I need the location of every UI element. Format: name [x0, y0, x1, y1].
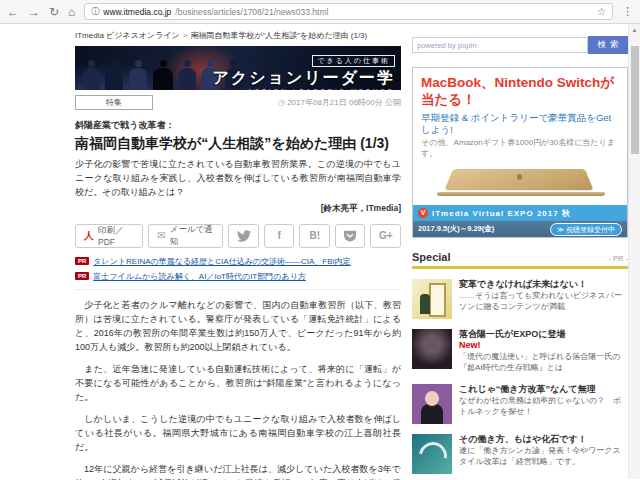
- silhouette-figure: [153, 60, 173, 90]
- silhouette-figure: [83, 60, 100, 90]
- pr-badge: PR: [75, 272, 89, 280]
- pdf-icon: 人: [84, 229, 94, 243]
- expo-dates: 2017.9.5(火)～9.29(金): [418, 224, 494, 234]
- back-icon[interactable]: ←: [7, 6, 19, 18]
- expo-register-button[interactable]: ≫ 視聴登録受付中: [550, 223, 622, 236]
- item-title[interactable]: これじゃ“働き方改革”なんて無理: [459, 384, 628, 395]
- breadcrumb: ITmedia ビジネスオンライン>南福岡自動車学校が“人生相談”を始めた理由 …: [75, 30, 401, 41]
- pr-link-row: PR タレントREINAの華麗なる経歴とCIA仕込みの交渉術――CIA、FBI内…: [75, 256, 401, 267]
- article-column: ITmedia ビジネスオンライン>南福岡自動車学校が“人生相談”を始めた理由 …: [75, 30, 401, 480]
- expo-title-bar: V ITmedia Virtual EXPO 2017 秋: [413, 205, 627, 221]
- breadcrumb-site-link[interactable]: ITmedia ビジネスオンライン: [75, 31, 180, 40]
- browser-toolbar: ← → ↻ ⌂ ⓘ www.itmedia.co.jp /business/ar…: [0, 0, 640, 24]
- campaign-ad[interactable]: MacBook、Nintendo Switchが当たる！ 早期登録 & ポイント…: [412, 67, 628, 238]
- publish-date: ◷ 2017年08月21日 06時00分 公開: [278, 97, 401, 108]
- pocket-icon: [343, 230, 357, 242]
- item-thumbnail: [412, 279, 452, 319]
- reload-icon[interactable]: ↻: [49, 6, 59, 18]
- breadcrumb-separator: >: [183, 31, 188, 40]
- body-paragraph: 少子化と若者のクルマ離れなどの影響で、国内の自動車教習所（以下、教習所）は苦境に…: [75, 298, 401, 354]
- gplus-icon: G+: [379, 230, 393, 241]
- series-banner[interactable]: できる人の仕事術 アクションリーダー学 ACTION LEADER'S METH…: [75, 46, 401, 90]
- facebook-share-button[interactable]: f: [264, 224, 295, 248]
- article-title: 南福岡自動車学校が“人生相談”を始めた理由 (1/3): [75, 135, 401, 153]
- macbook-base: [437, 192, 605, 196]
- item-thumbnail: [412, 434, 452, 474]
- mail-notify-button[interactable]: ✉ メールで通知: [148, 224, 223, 248]
- item-title[interactable]: 落合陽一氏がEXPOに登場: [459, 329, 628, 340]
- pr-link[interactable]: タレントREINAの華麗なる経歴とCIA仕込みの交渉術――CIA、FBI内定: [93, 256, 350, 267]
- feature-tag-button[interactable]: 特集: [75, 95, 153, 110]
- item-thumbnail: [412, 384, 452, 424]
- special-divider: [412, 266, 628, 269]
- page-info-icon[interactable]: ⓘ: [91, 6, 99, 17]
- forward-icon[interactable]: →: [28, 6, 40, 18]
- page-scrollbar[interactable]: ▲: [628, 24, 640, 479]
- item-description: 「現代の魔法使い」と呼ばれる落合陽一氏の『超AI時代の生存戦略』とは: [459, 352, 628, 374]
- search-button[interactable]: 検索: [588, 36, 628, 54]
- banner-subtitle: ACTION LEADER'S METHOD: [212, 88, 395, 90]
- special-list-item[interactable]: 落合陽一氏がEXPOに登場 New! 「現代の魔法使い」と呼ばれる落合陽一氏の『…: [412, 329, 628, 374]
- expo-title: ITmedia Virtual EXPO 2017 秋: [432, 208, 571, 219]
- special-list-item[interactable]: 変革できなければ未来はない！ ……そうは言っても変われないビジネスパーソンに贈る…: [412, 279, 628, 319]
- twitter-icon: [237, 230, 251, 242]
- body-paragraph: 12年に父親から経営を引き継いだ江上社長は、減少していた入校者数を3年で約200…: [75, 462, 401, 480]
- scrollbar-thumb[interactable]: [631, 46, 639, 154]
- item-description: 遂に「働き方シンカ論」発表！今やワークスタイル改革は「経営戦略」です。: [459, 446, 628, 468]
- scrollbar-up-arrow[interactable]: ▲: [629, 24, 640, 37]
- url-host: www.itmedia.co.jp: [103, 7, 171, 17]
- special-title: Special: [412, 251, 451, 263]
- special-list-item[interactable]: その働き方、もはや化石です！ 遂に「働き方シンカ論」発表！今やワークスタイル改革…: [412, 434, 628, 474]
- feature-date-row: 特集 ◷ 2017年08月21日 06時00分 公開: [75, 95, 401, 110]
- print-pdf-button[interactable]: 人 印刷／PDF: [75, 224, 143, 248]
- item-title[interactable]: 変革できなければ未来はない！: [459, 279, 628, 290]
- banner-title: アクションリーダー学: [212, 69, 395, 87]
- pr-link-list: PR タレントREINAの華麗なる経歴とCIA仕込みの交渉術――CIA、FBI内…: [75, 256, 401, 290]
- ad-headline: MacBook、Nintendo Switchが当たる！: [421, 75, 619, 109]
- hatena-share-button[interactable]: B!: [299, 224, 330, 248]
- home-icon[interactable]: ⌂: [68, 6, 75, 18]
- ad-note: その他、Amazonギフト券1000円が30名様に当たります。: [421, 138, 619, 159]
- breadcrumb-page: 南福岡自動車学校が“人生相談”を始めた理由 (1/3): [190, 31, 367, 40]
- article-byline: [鈴木亮平，ITmedia]: [75, 203, 401, 215]
- mail-icon: ✉: [157, 230, 165, 241]
- ad-subtext: 早期登録 & ポイントラリーで豪華賞品をGetしよう!: [421, 112, 619, 137]
- banner-tagline: できる人の仕事術: [312, 55, 395, 67]
- article-lead: 少子化の影響で苦境に立たされている自動車教習所業界。この逆境の中でもユニークな取…: [75, 158, 401, 200]
- facebook-icon: f: [278, 230, 281, 241]
- clock-icon: ◷: [278, 98, 287, 107]
- article-body: 少子化と若者のクルマ離れなどの影響で、国内の自動車教習所（以下、教習所）は苦境に…: [75, 298, 401, 480]
- twitter-share-button[interactable]: [228, 224, 259, 248]
- item-description: ……そうは言っても変われないビジネスパーソンに贈るコンテンツが満載: [459, 291, 628, 313]
- silhouette-figure: [129, 60, 147, 90]
- search-input[interactable]: [412, 37, 588, 53]
- special-header: Special - PR -: [412, 251, 628, 263]
- macbook-image: [421, 160, 619, 202]
- new-badge: New!: [459, 340, 628, 351]
- share-toolbar: 人 印刷／PDF ✉ メールで通知 f B!: [75, 224, 401, 248]
- pr-link[interactable]: 富士フイルムから読み解く、AI／IoT時代のIT部門のあり方: [93, 271, 305, 282]
- url-path: /business/articles/1708/21/news033.html: [175, 7, 593, 17]
- pocket-share-button[interactable]: [335, 224, 366, 248]
- body-paragraph: しかしいま、こうした逆境の中でもユニークな取り組みで入校者数を伸ばしている社長が…: [75, 412, 401, 454]
- sidebar-search: 検索: [412, 36, 628, 54]
- expo-v-logo-icon: V: [418, 208, 428, 218]
- bookmark-star-icon[interactable]: ☆: [597, 6, 606, 17]
- pr-link-row: PR 富士フイルムから読み解く、AI／IoT時代のIT部門のあり方: [75, 271, 401, 282]
- item-title[interactable]: その働き方、もはや化石です！: [459, 434, 628, 445]
- browser-menu-icon[interactable]: ⋮: [622, 5, 633, 18]
- special-list-item[interactable]: これじゃ“働き方改革”なんて無理 なぜわが社の業務は効率的じゃないの？ ボトルネ…: [412, 384, 628, 424]
- gplus-share-button[interactable]: G+: [370, 224, 401, 248]
- silhouette-figure: [105, 60, 123, 90]
- expo-date-bar: 2017.9.5(火)～9.29(金) ≫ 視聴登録受付中: [413, 221, 627, 237]
- hatena-icon: B!: [309, 230, 320, 241]
- article-category: 斜陽産業で戦う改革者：: [75, 119, 401, 132]
- page-content: ▲ ITmedia ビジネスオンライン>南福岡自動車学校が“人生相談”を始めた理…: [0, 24, 640, 479]
- url-bar[interactable]: ⓘ www.itmedia.co.jp /business/articles/1…: [84, 3, 613, 20]
- body-paragraph: また、近年急速に発達している自動運転技術によって、将来的に「運転」が不要になる可…: [75, 362, 401, 404]
- item-description: なぜわが社の業務は効率的じゃないの？ ボトルネックを探せ！: [459, 396, 628, 418]
- pr-badge: PR: [75, 257, 89, 265]
- special-pr-label: - PR -: [608, 254, 628, 263]
- sidebar: 検索 MacBook、Nintendo Switchが当たる！ 早期登録 & ポ…: [412, 36, 628, 480]
- silhouette-figure: [179, 60, 196, 90]
